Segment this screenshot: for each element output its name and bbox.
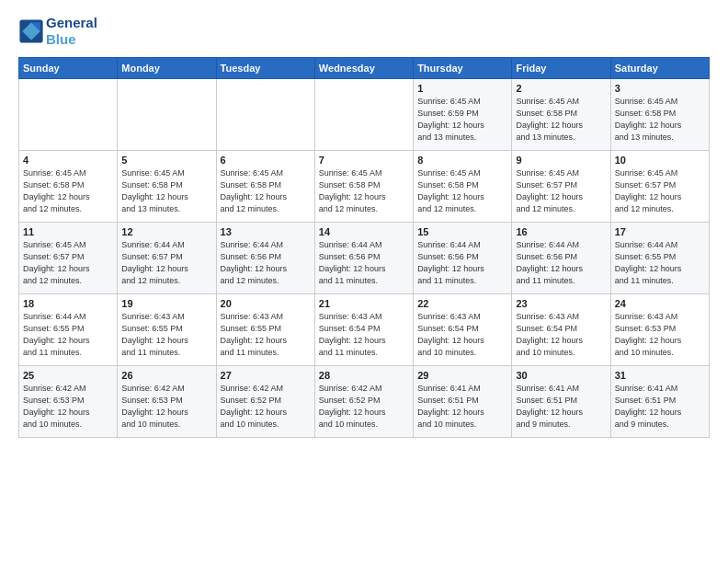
- week-row-3: 11Sunrise: 6:45 AM Sunset: 6:57 PM Dayli…: [19, 223, 710, 294]
- weekday-header-saturday: Saturday: [610, 58, 709, 79]
- calendar-cell: 20Sunrise: 6:43 AM Sunset: 6:55 PM Dayli…: [216, 294, 314, 366]
- calendar-cell: 25Sunrise: 6:42 AM Sunset: 6:53 PM Dayli…: [19, 366, 118, 438]
- day-info: Sunrise: 6:45 AM Sunset: 6:57 PM Dayligh…: [615, 167, 705, 215]
- day-info: Sunrise: 6:41 AM Sunset: 6:51 PM Dayligh…: [417, 383, 507, 431]
- day-info: Sunrise: 6:44 AM Sunset: 6:56 PM Dayligh…: [417, 239, 507, 287]
- calendar-cell: 2Sunrise: 6:45 AM Sunset: 6:58 PM Daylig…: [512, 79, 610, 151]
- day-info: Sunrise: 6:45 AM Sunset: 6:58 PM Dayligh…: [615, 96, 705, 144]
- day-number: 17: [615, 226, 705, 237]
- day-number: 12: [121, 226, 211, 237]
- calendar-cell: 17Sunrise: 6:44 AM Sunset: 6:55 PM Dayli…: [610, 223, 709, 294]
- calendar-cell: 1Sunrise: 6:45 AM Sunset: 6:59 PM Daylig…: [414, 79, 512, 151]
- logo-text: General Blue: [46, 15, 97, 48]
- day-number: 7: [319, 155, 409, 166]
- day-info: Sunrise: 6:45 AM Sunset: 6:57 PM Dayligh…: [516, 167, 606, 215]
- calendar-cell: 22Sunrise: 6:43 AM Sunset: 6:54 PM Dayli…: [414, 294, 512, 366]
- calendar-cell: 23Sunrise: 6:43 AM Sunset: 6:54 PM Dayli…: [512, 294, 610, 366]
- day-info: Sunrise: 6:45 AM Sunset: 6:58 PM Dayligh…: [516, 96, 606, 144]
- day-info: Sunrise: 6:43 AM Sunset: 6:55 PM Dayligh…: [221, 311, 311, 359]
- day-info: Sunrise: 6:45 AM Sunset: 6:58 PM Dayligh…: [121, 167, 211, 215]
- calendar-cell: 24Sunrise: 6:43 AM Sunset: 6:53 PM Dayli…: [610, 294, 709, 366]
- calendar-cell: [216, 79, 314, 151]
- day-info: Sunrise: 6:42 AM Sunset: 6:52 PM Dayligh…: [221, 383, 311, 431]
- weekday-header-monday: Monday: [118, 58, 216, 79]
- calendar-cell: 19Sunrise: 6:43 AM Sunset: 6:55 PM Dayli…: [118, 294, 216, 366]
- day-number: 28: [319, 370, 409, 381]
- calendar-cell: [314, 79, 413, 151]
- day-info: Sunrise: 6:43 AM Sunset: 6:53 PM Dayligh…: [615, 311, 705, 359]
- weekday-header-friday: Friday: [512, 58, 610, 79]
- day-info: Sunrise: 6:43 AM Sunset: 6:54 PM Dayligh…: [417, 311, 507, 359]
- calendar-cell: 8Sunrise: 6:45 AM Sunset: 6:58 PM Daylig…: [414, 151, 512, 223]
- day-number: 11: [23, 226, 113, 237]
- page: General Blue SundayMondayTuesdayWednesda…: [0, 0, 728, 563]
- calendar-cell: 14Sunrise: 6:44 AM Sunset: 6:56 PM Dayli…: [314, 223, 413, 294]
- calendar-cell: 12Sunrise: 6:44 AM Sunset: 6:57 PM Dayli…: [118, 223, 216, 294]
- day-number: 1: [417, 83, 507, 94]
- calendar-cell: 13Sunrise: 6:44 AM Sunset: 6:56 PM Dayli…: [216, 223, 314, 294]
- calendar-cell: 30Sunrise: 6:41 AM Sunset: 6:51 PM Dayli…: [512, 366, 610, 438]
- logo-icon: [18, 18, 44, 44]
- calendar-cell: 3Sunrise: 6:45 AM Sunset: 6:58 PM Daylig…: [610, 79, 709, 151]
- calendar-cell: 21Sunrise: 6:43 AM Sunset: 6:54 PM Dayli…: [314, 294, 413, 366]
- day-number: 31: [615, 370, 705, 381]
- weekday-header-tuesday: Tuesday: [216, 58, 314, 79]
- day-info: Sunrise: 6:42 AM Sunset: 6:52 PM Dayligh…: [319, 383, 409, 431]
- day-number: 15: [417, 226, 507, 237]
- calendar-cell: 9Sunrise: 6:45 AM Sunset: 6:57 PM Daylig…: [512, 151, 610, 223]
- day-info: Sunrise: 6:45 AM Sunset: 6:57 PM Dayligh…: [23, 239, 113, 287]
- day-number: 2: [516, 83, 606, 94]
- calendar-cell: 31Sunrise: 6:41 AM Sunset: 6:51 PM Dayli…: [610, 366, 709, 438]
- day-info: Sunrise: 6:42 AM Sunset: 6:53 PM Dayligh…: [121, 383, 211, 431]
- calendar-cell: 26Sunrise: 6:42 AM Sunset: 6:53 PM Dayli…: [118, 366, 216, 438]
- day-info: Sunrise: 6:43 AM Sunset: 6:54 PM Dayligh…: [516, 311, 606, 359]
- calendar-cell: 7Sunrise: 6:45 AM Sunset: 6:58 PM Daylig…: [314, 151, 413, 223]
- day-number: 30: [516, 370, 606, 381]
- day-number: 10: [615, 155, 705, 166]
- day-info: Sunrise: 6:44 AM Sunset: 6:56 PM Dayligh…: [319, 239, 409, 287]
- day-info: Sunrise: 6:43 AM Sunset: 6:55 PM Dayligh…: [121, 311, 211, 359]
- calendar-cell: 29Sunrise: 6:41 AM Sunset: 6:51 PM Dayli…: [414, 366, 512, 438]
- calendar-cell: [118, 79, 216, 151]
- day-number: 19: [121, 298, 211, 309]
- week-row-5: 25Sunrise: 6:42 AM Sunset: 6:53 PM Dayli…: [19, 366, 710, 438]
- day-number: 22: [417, 298, 507, 309]
- calendar-cell: [19, 79, 118, 151]
- day-info: Sunrise: 6:43 AM Sunset: 6:54 PM Dayligh…: [319, 311, 409, 359]
- weekday-header-wednesday: Wednesday: [314, 58, 413, 79]
- day-number: 13: [221, 226, 311, 237]
- day-info: Sunrise: 6:44 AM Sunset: 6:55 PM Dayligh…: [615, 239, 705, 287]
- weekday-header-thursday: Thursday: [414, 58, 512, 79]
- week-row-1: 1Sunrise: 6:45 AM Sunset: 6:59 PM Daylig…: [19, 79, 710, 151]
- day-number: 14: [319, 226, 409, 237]
- day-info: Sunrise: 6:42 AM Sunset: 6:53 PM Dayligh…: [23, 383, 113, 431]
- day-info: Sunrise: 6:44 AM Sunset: 6:56 PM Dayligh…: [516, 239, 606, 287]
- day-info: Sunrise: 6:44 AM Sunset: 6:56 PM Dayligh…: [221, 239, 311, 287]
- day-number: 20: [221, 298, 311, 309]
- calendar-cell: 10Sunrise: 6:45 AM Sunset: 6:57 PM Dayli…: [610, 151, 709, 223]
- week-row-2: 4Sunrise: 6:45 AM Sunset: 6:58 PM Daylig…: [19, 151, 710, 223]
- calendar-cell: 16Sunrise: 6:44 AM Sunset: 6:56 PM Dayli…: [512, 223, 610, 294]
- day-info: Sunrise: 6:45 AM Sunset: 6:58 PM Dayligh…: [23, 167, 113, 215]
- calendar-cell: 15Sunrise: 6:44 AM Sunset: 6:56 PM Dayli…: [414, 223, 512, 294]
- day-number: 23: [516, 298, 606, 309]
- day-info: Sunrise: 6:41 AM Sunset: 6:51 PM Dayligh…: [615, 383, 705, 431]
- day-info: Sunrise: 6:45 AM Sunset: 6:58 PM Dayligh…: [417, 167, 507, 215]
- day-info: Sunrise: 6:45 AM Sunset: 6:58 PM Dayligh…: [221, 167, 311, 215]
- day-number: 3: [615, 83, 705, 94]
- day-number: 27: [221, 370, 311, 381]
- day-number: 26: [121, 370, 211, 381]
- day-number: 24: [615, 298, 705, 309]
- day-number: 18: [23, 298, 113, 309]
- day-number: 25: [23, 370, 113, 381]
- day-info: Sunrise: 6:44 AM Sunset: 6:55 PM Dayligh…: [23, 311, 113, 359]
- day-number: 8: [417, 155, 507, 166]
- calendar-cell: 18Sunrise: 6:44 AM Sunset: 6:55 PM Dayli…: [19, 294, 118, 366]
- day-info: Sunrise: 6:45 AM Sunset: 6:59 PM Dayligh…: [417, 96, 507, 144]
- day-number: 6: [221, 155, 311, 166]
- calendar-cell: 28Sunrise: 6:42 AM Sunset: 6:52 PM Dayli…: [314, 366, 413, 438]
- calendar-cell: 27Sunrise: 6:42 AM Sunset: 6:52 PM Dayli…: [216, 366, 314, 438]
- weekday-header-row: SundayMondayTuesdayWednesdayThursdayFrid…: [19, 58, 710, 79]
- day-number: 29: [417, 370, 507, 381]
- day-number: 16: [516, 226, 606, 237]
